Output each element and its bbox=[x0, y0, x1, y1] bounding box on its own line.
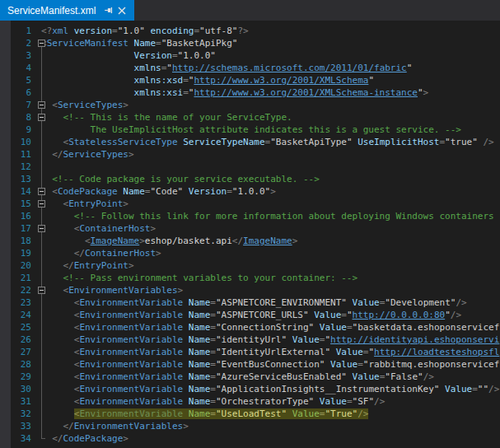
code-text[interactable]: <EnvironmentVariable Name="OrchestratorT… bbox=[41, 395, 385, 408]
code-text[interactable]: <?xml version="1.0" encoding="utf-8"?> bbox=[41, 25, 249, 37]
line-number[interactable]: 25 bbox=[0, 321, 31, 334]
code-line[interactable]: 11 </ServiceTypes> bbox=[0, 148, 500, 161]
code-line[interactable]: 22 <EnvironmentVariables> bbox=[0, 284, 500, 296]
code-line[interactable]: 6 xmlns:xsi="http://www.w3.org/2001/XMLS… bbox=[0, 86, 500, 99]
code-line[interactable]: 18 <ImageName>eshop/basket.api</ImageNam… bbox=[0, 235, 500, 247]
code-line[interactable]: 2<ServiceManifest Name="BasketApiPkg" bbox=[0, 37, 500, 49]
code-line[interactable]: 26 <EnvironmentVariable Name="identityUr… bbox=[0, 334, 500, 346]
line-number[interactable]: 13 bbox=[0, 173, 31, 185]
line-number[interactable]: 3 bbox=[0, 49, 31, 62]
code-line[interactable]: 23 <EnvironmentVariable Name="ASPNETCORE… bbox=[0, 296, 500, 309]
line-number[interactable]: 26 bbox=[0, 334, 31, 346]
code-text[interactable]: <EnvironmentVariable Name="AzureServiceB… bbox=[41, 371, 434, 383]
code-line[interactable]: 32 <EnvironmentVariable Name="UseLoadTes… bbox=[0, 408, 500, 420]
fold-collapse-icon[interactable] bbox=[38, 101, 45, 109]
line-number[interactable]: 34 bbox=[0, 432, 31, 445]
code-text[interactable]: <ServiceTypes> bbox=[41, 99, 129, 111]
code-text[interactable]: </EntryPoint> bbox=[41, 259, 134, 272]
fold-collapse-icon[interactable] bbox=[38, 40, 45, 47]
code-line[interactable]: 30 <EnvironmentVariable Name="Applicatio… bbox=[0, 383, 500, 395]
code-text[interactable]: <EntryPoint> bbox=[41, 198, 129, 210]
fold-collapse-icon[interactable] bbox=[38, 225, 45, 232]
code-line[interactable]: 12 bbox=[0, 161, 500, 173]
code-line[interactable]: 7 <ServiceTypes> bbox=[0, 99, 500, 111]
line-number[interactable]: 22 bbox=[0, 284, 31, 296]
code-text[interactable]: <EnvironmentVariable Name="ApplicationIn… bbox=[41, 383, 499, 395]
code-line[interactable]: 9 The UseImplicitHost attribute indicate… bbox=[0, 124, 500, 136]
code-line[interactable]: 28 <EnvironmentVariable Name="EventBusCo… bbox=[0, 358, 500, 371]
code-text[interactable]: xmlns:xsd="http://www.w3.org/2001/XMLSch… bbox=[41, 74, 374, 86]
code-text[interactable]: <EnvironmentVariable Name="ASPNETCORE_UR… bbox=[41, 309, 461, 321]
code-text[interactable]: The UseImplicitHost attribute indicates … bbox=[41, 124, 461, 136]
line-number[interactable]: 32 bbox=[0, 408, 31, 420]
line-number[interactable]: 30 bbox=[0, 383, 31, 395]
code-text[interactable]: <ServiceManifest Name="BasketApiPkg" bbox=[41, 37, 237, 49]
code-text[interactable]: <ContainerHost> bbox=[41, 222, 156, 235]
line-number[interactable]: 33 bbox=[0, 420, 31, 432]
line-number[interactable]: 20 bbox=[0, 259, 31, 272]
code-line[interactable]: 25 <EnvironmentVariable Name="Connection… bbox=[0, 321, 500, 334]
fold-collapse-icon[interactable] bbox=[38, 200, 45, 208]
code-line[interactable]: 15 <EntryPoint> bbox=[0, 198, 500, 210]
line-number[interactable]: 11 bbox=[0, 148, 31, 161]
code-text[interactable]: xmlns="http://schemas.microsoft.com/2011… bbox=[41, 62, 412, 74]
fold-collapse-icon[interactable] bbox=[38, 287, 45, 294]
code-text[interactable]: </CodePackage> bbox=[41, 432, 129, 445]
code-line[interactable]: 16 <!-- Follow this link for more inform… bbox=[0, 210, 500, 222]
code-line[interactable]: 14 <CodePackage Name="Code" Version="1.0… bbox=[0, 185, 500, 198]
line-number[interactable]: 27 bbox=[0, 346, 31, 358]
code-line[interactable]: 4 xmlns="http://schemas.microsoft.com/20… bbox=[0, 62, 500, 74]
code-text[interactable]: <!-- Follow this link for more informati… bbox=[41, 210, 494, 222]
code-line[interactable]: 34 </CodePackage> bbox=[0, 432, 500, 445]
code-text[interactable]: <ImageName>eshop/basket.api</ImageName> bbox=[41, 235, 297, 247]
line-number[interactable]: 16 bbox=[0, 210, 31, 222]
line-number[interactable]: 4 bbox=[0, 62, 31, 74]
pin-icon[interactable] bbox=[102, 4, 115, 17]
code-text[interactable]: <EnvironmentVariable Name="identityUrl" … bbox=[41, 334, 499, 346]
code-text[interactable]: <EnvironmentVariable Name="UseLoadTest" … bbox=[41, 408, 368, 420]
code-text[interactable]: <!-- Pass environment variables to your … bbox=[41, 272, 357, 284]
line-number[interactable]: 29 bbox=[0, 371, 31, 383]
line-number[interactable]: 9 bbox=[0, 124, 31, 136]
code-text[interactable]: </EnvironmentVariables> bbox=[41, 420, 189, 432]
line-number[interactable]: 18 bbox=[0, 235, 31, 247]
fold-collapse-icon[interactable] bbox=[38, 188, 45, 195]
code-line[interactable]: 1<?xml version="1.0" encoding="utf-8"?> bbox=[0, 25, 500, 37]
line-number[interactable]: 14 bbox=[0, 185, 31, 198]
code-line[interactable]: 13 <!-- Code package is your service exe… bbox=[0, 173, 500, 185]
close-icon[interactable] bbox=[115, 4, 129, 17]
line-number[interactable]: 19 bbox=[0, 247, 31, 259]
tab-servicemanifest[interactable]: ServiceManifest.xml bbox=[0, 0, 134, 21]
line-number[interactable]: 15 bbox=[0, 198, 31, 210]
code-line[interactable]: 8 <!-- This is the name of your ServiceT… bbox=[0, 111, 500, 124]
code-text[interactable]: </ContainerHost> bbox=[41, 247, 161, 259]
code-text[interactable]: <!-- Code package is your service execut… bbox=[41, 173, 320, 185]
line-number[interactable]: 21 bbox=[0, 272, 31, 284]
code-line[interactable]: 27 <EnvironmentVariable Name="IdentityUr… bbox=[0, 346, 500, 358]
line-number[interactable]: 8 bbox=[0, 111, 31, 124]
code-line[interactable]: 10 <StatelessServiceType ServiceTypeName… bbox=[0, 136, 500, 148]
line-number[interactable]: 7 bbox=[0, 99, 31, 111]
code-text[interactable]: <EnvironmentVariable Name="IdentityUrlEx… bbox=[41, 346, 499, 358]
code-line[interactable]: 3 Version="1.0.0" bbox=[0, 49, 500, 62]
line-number[interactable]: 2 bbox=[0, 37, 31, 49]
line-number[interactable]: 6 bbox=[0, 86, 31, 99]
line-number[interactable]: 12 bbox=[0, 161, 31, 173]
code-line[interactable]: 20 </EntryPoint> bbox=[0, 259, 500, 272]
fold-collapse-icon[interactable] bbox=[38, 114, 45, 121]
line-number[interactable]: 5 bbox=[0, 74, 31, 86]
code-text[interactable]: <EnvironmentVariables> bbox=[41, 284, 183, 296]
line-number[interactable]: 28 bbox=[0, 358, 31, 371]
line-number[interactable]: 1 bbox=[0, 25, 31, 37]
code-line[interactable]: 21 <!-- Pass environment variables to yo… bbox=[0, 272, 500, 284]
code-line[interactable]: 5 xmlns:xsd="http://www.w3.org/2001/XMLS… bbox=[0, 74, 500, 86]
line-number[interactable]: 23 bbox=[0, 296, 31, 309]
code-text[interactable]: <CodePackage Name="Code" Version="1.0.0"… bbox=[41, 185, 276, 198]
code-text[interactable]: Version="1.0.0" bbox=[41, 49, 216, 62]
line-number[interactable]: 10 bbox=[0, 136, 31, 148]
code-line[interactable]: 29 <EnvironmentVariable Name="AzureServi… bbox=[0, 371, 500, 383]
code-text[interactable]: <EnvironmentVariable Name="ConnectionStr… bbox=[41, 321, 499, 334]
code-text[interactable]: <StatelessServiceType ServiceTypeName="B… bbox=[41, 136, 494, 148]
code-text[interactable]: <!-- This is the name of your ServiceTyp… bbox=[41, 111, 292, 124]
code-text[interactable]: </ServiceTypes> bbox=[41, 148, 134, 161]
